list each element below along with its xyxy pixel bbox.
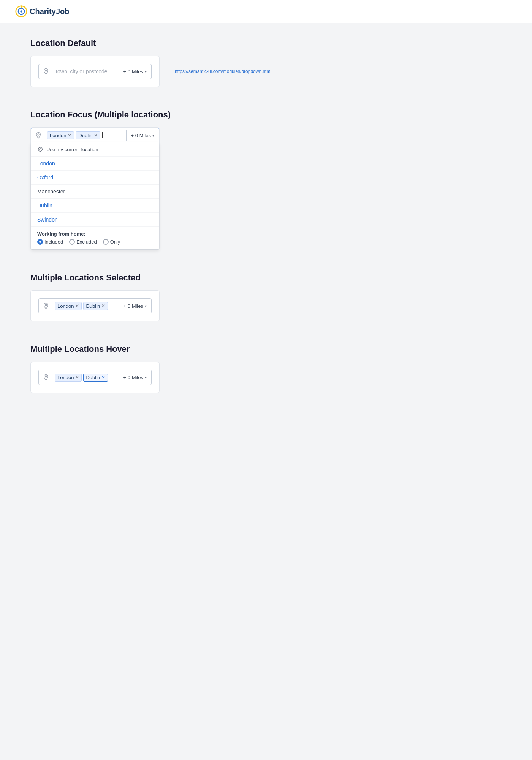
radio-circle-only bbox=[103, 239, 109, 245]
chevron-down-icon-focus: ▾ bbox=[152, 133, 154, 138]
dropdown-menu-focus: Use my current location London Oxford Ma… bbox=[31, 142, 159, 250]
miles-label-default: + 0 Miles bbox=[124, 69, 143, 74]
tag-dublin-hover[interactable]: Dublin ✕ bbox=[83, 374, 108, 382]
tag-close-dublin-selected[interactable]: ✕ bbox=[101, 304, 105, 308]
radio-excluded[interactable]: Excluded bbox=[69, 239, 97, 245]
placeholder-default: Town, city or postcode bbox=[55, 68, 108, 74]
location-pin-icon-selected bbox=[43, 302, 49, 309]
miles-label-selected: + 0 Miles bbox=[124, 303, 143, 309]
location-input-default[interactable]: Town, city or postcode + 0 Miles ▾ bbox=[38, 64, 152, 79]
dropdown-item-swindon[interactable]: Swindon bbox=[31, 213, 159, 227]
location-icon-wrap-focus bbox=[31, 129, 46, 142]
charity-job-logo-icon bbox=[15, 5, 27, 17]
section-title-hover: Multiple Locations Hover bbox=[30, 344, 502, 354]
svg-point-7 bbox=[40, 149, 41, 150]
svg-point-4 bbox=[45, 70, 47, 71]
dropdown-item-oxford[interactable]: Oxford bbox=[31, 171, 159, 185]
location-pin-icon-hover bbox=[43, 374, 49, 381]
svg-point-13 bbox=[45, 376, 47, 377]
section-multiple-selected: Multiple Locations Selected London ✕ Dub… bbox=[30, 273, 502, 321]
working-from-home-section: Working from home: Included Excluded bbox=[31, 227, 159, 249]
tag-london-selected[interactable]: London ✕ bbox=[55, 302, 82, 310]
location-tags-area-hover[interactable]: London ✕ Dublin ✕ bbox=[53, 370, 119, 385]
svg-point-5 bbox=[38, 134, 39, 135]
wfh-label: Working from home: bbox=[37, 231, 153, 237]
section-multiple-hover: Multiple Locations Hover London ✕ Dublin bbox=[30, 344, 502, 393]
card-focus: London ✕ Dublin ✕ + 0 Miles ▾ bbox=[30, 127, 160, 250]
radio-circle-excluded bbox=[69, 239, 75, 245]
miles-dropdown-focus[interactable]: + 0 Miles ▾ bbox=[126, 130, 159, 141]
location-pin-icon-default bbox=[43, 68, 49, 75]
logo-text: CharityJob bbox=[30, 7, 69, 16]
miles-label-hover: + 0 Miles bbox=[124, 375, 143, 380]
radio-group-wfh: Included Excluded Only bbox=[37, 239, 153, 245]
external-link[interactable]: https://semantic-ui.com/modules/dropdown… bbox=[175, 69, 271, 74]
target-icon bbox=[37, 146, 43, 152]
location-tags-area-focus[interactable]: London ✕ Dublin ✕ bbox=[46, 128, 126, 142]
svg-point-6 bbox=[38, 147, 43, 152]
radio-circle-included bbox=[37, 239, 43, 245]
location-icon-wrap-selected bbox=[39, 299, 53, 312]
tag-close-dublin-hover[interactable]: ✕ bbox=[101, 375, 105, 380]
dropdown-item-manchester[interactable]: Manchester bbox=[31, 185, 159, 199]
section-content-default: Town, city or postcode + 0 Miles ▾ https… bbox=[30, 56, 502, 87]
header: CharityJob bbox=[0, 0, 532, 23]
dropdown-item-dublin[interactable]: Dublin bbox=[31, 199, 159, 213]
tag-london-hover[interactable]: London ✕ bbox=[55, 374, 82, 382]
chevron-down-icon-selected: ▾ bbox=[145, 304, 147, 308]
tag-london-focus[interactable]: London ✕ bbox=[47, 131, 74, 139]
location-input-selected[interactable]: London ✕ Dublin ✕ + 0 Miles ▾ bbox=[38, 298, 152, 314]
section-title-selected: Multiple Locations Selected bbox=[30, 273, 502, 283]
section-location-focus: Location Focus (Multiple locations) Lond… bbox=[30, 110, 502, 250]
tag-close-london-focus[interactable]: ✕ bbox=[68, 133, 71, 138]
location-tags-area-selected[interactable]: London ✕ Dublin ✕ bbox=[53, 299, 119, 313]
section-title-default: Location Default bbox=[30, 38, 502, 48]
text-cursor bbox=[102, 132, 103, 138]
card-default: Town, city or postcode + 0 Miles ▾ bbox=[30, 56, 160, 87]
main-content: Location Default Town, city or postcode … bbox=[0, 23, 532, 431]
radio-included[interactable]: Included bbox=[37, 239, 63, 245]
radio-only[interactable]: Only bbox=[103, 239, 120, 245]
miles-dropdown-default[interactable]: + 0 Miles ▾ bbox=[119, 66, 151, 78]
svg-point-12 bbox=[45, 304, 47, 306]
section-location-default: Location Default Town, city or postcode … bbox=[30, 38, 502, 87]
miles-label-focus: + 0 Miles bbox=[131, 133, 151, 138]
location-input-focus[interactable]: London ✕ Dublin ✕ + 0 Miles ▾ bbox=[31, 128, 159, 142]
dropdown-item-london[interactable]: London bbox=[31, 157, 159, 171]
location-input-hover[interactable]: London ✕ Dublin ✕ + 0 Miles ▾ bbox=[38, 370, 152, 385]
use-current-location-item[interactable]: Use my current location bbox=[31, 142, 159, 157]
section-title-focus: Location Focus (Multiple locations) bbox=[30, 110, 502, 120]
location-icon-wrap-hover bbox=[39, 371, 53, 384]
miles-dropdown-hover[interactable]: + 0 Miles ▾ bbox=[119, 372, 151, 383]
use-location-label: Use my current location bbox=[46, 147, 98, 152]
svg-point-2 bbox=[20, 10, 22, 12]
tag-close-london-selected[interactable]: ✕ bbox=[75, 304, 79, 308]
tag-close-london-hover[interactable]: ✕ bbox=[75, 375, 79, 380]
chevron-down-icon-hover: ▾ bbox=[145, 375, 147, 380]
location-input-area-default[interactable]: Town, city or postcode bbox=[53, 64, 119, 79]
tag-dublin-selected[interactable]: Dublin ✕ bbox=[83, 302, 108, 310]
card-selected: London ✕ Dublin ✕ + 0 Miles ▾ bbox=[30, 290, 160, 321]
card-hover: London ✕ Dublin ✕ + 0 Miles ▾ bbox=[30, 362, 160, 393]
location-pin-icon-focus bbox=[35, 132, 42, 139]
location-icon-wrap-default bbox=[39, 65, 53, 78]
chevron-down-icon-default: ▾ bbox=[145, 70, 147, 74]
tag-close-dublin-focus[interactable]: ✕ bbox=[94, 133, 98, 138]
logo: CharityJob bbox=[15, 5, 69, 17]
miles-dropdown-selected[interactable]: + 0 Miles ▾ bbox=[119, 300, 151, 312]
tag-dublin-focus[interactable]: Dublin ✕ bbox=[76, 131, 100, 139]
